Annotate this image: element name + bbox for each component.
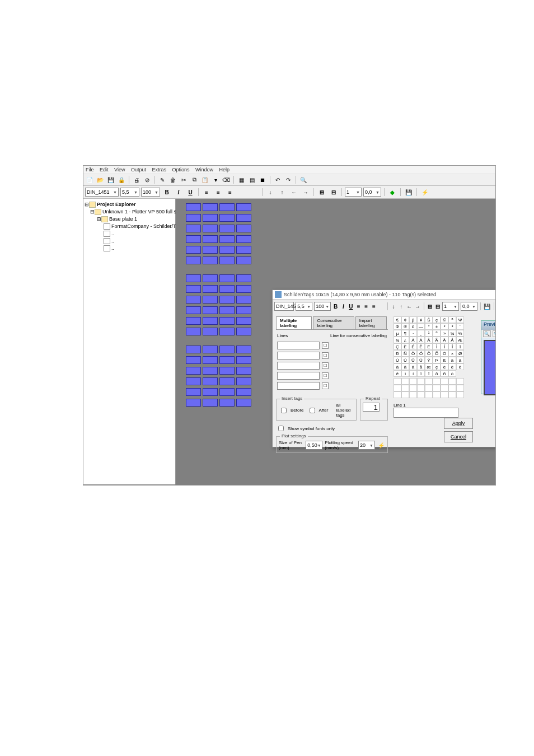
dlg-align-l[interactable]: ≡ — [355, 301, 362, 311]
char-cell-empty[interactable] — [456, 378, 464, 385]
before-check[interactable] — [281, 408, 287, 413]
char-cell[interactable]: Û — [409, 357, 417, 363]
tag[interactable] — [219, 296, 235, 304]
char-cell[interactable]: · — [409, 330, 417, 337]
char-cell[interactable]: ï — [425, 370, 433, 377]
char-cell-empty[interactable] — [409, 378, 417, 385]
tag[interactable] — [219, 356, 235, 364]
char-cell[interactable]: × — [448, 350, 456, 357]
misc1-icon[interactable]: ⊞ — [317, 187, 327, 197]
dlg-m1[interactable]: ⊞ — [427, 301, 433, 311]
delete-icon[interactable]: 🗑 — [168, 175, 177, 184]
char-cell[interactable]: á — [456, 357, 464, 363]
tag[interactable] — [219, 274, 235, 282]
tag[interactable] — [236, 356, 251, 364]
char-cell[interactable]: ñ — [441, 370, 448, 377]
print-icon[interactable]: 🖨 — [132, 175, 141, 184]
tag[interactable] — [236, 256, 251, 264]
forbid-icon[interactable]: ⊘ — [143, 175, 152, 184]
dropdown-icon[interactable]: ▾ — [211, 175, 220, 184]
tag[interactable] — [236, 246, 251, 254]
char-cell[interactable]: Φ — [394, 323, 401, 330]
tree-baseplate[interactable]: Base plate 1 — [109, 216, 137, 222]
char-cell[interactable]: ç — [433, 316, 441, 323]
char-cell[interactable]: Ò — [409, 350, 417, 357]
close-icon[interactable]: ✕ — [495, 291, 496, 298]
char-cell[interactable]: Ã — [433, 337, 441, 343]
speed-bolt-icon[interactable]: ⚡ — [377, 441, 385, 449]
char-cell-empty[interactable] — [409, 385, 417, 391]
tag[interactable] — [203, 367, 218, 375]
char-cell-empty[interactable] — [433, 385, 441, 391]
dlg-arr-r[interactable]: → — [414, 301, 421, 311]
tag[interactable] — [203, 388, 218, 396]
zoom-out-icon[interactable]: 🔍 — [493, 330, 496, 337]
char-cell[interactable]: ß — [441, 357, 448, 363]
tag[interactable] — [186, 274, 201, 282]
tag[interactable] — [236, 274, 251, 282]
tag[interactable] — [236, 203, 251, 211]
char-cell[interactable]: Ø — [456, 350, 464, 357]
menu-file[interactable]: File — [86, 167, 94, 172]
menu-extras[interactable]: Extras — [152, 167, 166, 172]
stop-icon[interactable]: ⏹ — [258, 175, 267, 184]
line-input-3[interactable] — [277, 362, 320, 370]
char-cell[interactable]: Ð — [394, 350, 401, 357]
char-cell[interactable]: Ö — [441, 350, 448, 357]
char-cell[interactable]: È — [401, 343, 409, 350]
new-icon[interactable]: 📄 — [85, 175, 94, 184]
tag[interactable] — [186, 285, 201, 293]
tag[interactable] — [219, 246, 235, 254]
dlg-arr-l[interactable]: ← — [406, 301, 413, 311]
dlg-size-combo[interactable]: 5,5▼ — [296, 302, 312, 311]
char-cell-empty[interactable] — [456, 385, 464, 391]
tag[interactable] — [203, 285, 218, 293]
char-cell[interactable]: ë — [394, 370, 401, 377]
tag[interactable] — [203, 246, 218, 254]
char-cell[interactable]: ¹ — [425, 330, 433, 337]
apply-button[interactable]: Apply — [444, 418, 473, 429]
char-cell[interactable]: ° — [425, 323, 433, 330]
char-cell-empty[interactable] — [394, 385, 401, 391]
char-cell-empty[interactable] — [409, 391, 417, 398]
dlg-underline[interactable]: U — [348, 301, 354, 311]
tag[interactable] — [186, 235, 201, 243]
open-icon[interactable]: 📂 — [96, 175, 105, 184]
tag[interactable] — [219, 285, 235, 293]
char-cell-empty[interactable] — [425, 385, 433, 391]
arrow-left-icon[interactable]: ← — [289, 187, 299, 197]
char-cell[interactable]: à — [448, 357, 456, 363]
lock-1[interactable]: ☐ — [322, 342, 329, 349]
arrow-up-icon[interactable]: ↑ — [277, 187, 287, 197]
cut-icon[interactable]: ✂ — [179, 175, 188, 184]
char-cell-empty[interactable] — [441, 378, 448, 385]
symbolfonts-check[interactable] — [278, 426, 284, 431]
char-cell[interactable]: ¢ — [401, 316, 409, 323]
line-input-5[interactable] — [277, 382, 320, 390]
tag[interactable] — [203, 356, 218, 364]
char-cell[interactable]: Æ — [456, 337, 464, 343]
char-cell[interactable]: è — [441, 363, 448, 370]
tag[interactable] — [236, 214, 251, 222]
char-cell[interactable]: ð — [433, 370, 441, 377]
char-cell[interactable]: Ü — [417, 357, 425, 363]
char-cell[interactable]: Ï — [456, 343, 464, 350]
char-cell[interactable]: ã — [401, 363, 409, 370]
char-cell[interactable]: β — [409, 316, 417, 323]
char-cell[interactable]: À — [409, 337, 417, 343]
char-cell[interactable]: Ú — [401, 357, 409, 363]
char-cell[interactable]: Ê — [417, 343, 425, 350]
tag[interactable] — [186, 306, 201, 314]
tag[interactable] — [236, 285, 251, 293]
char-cell[interactable]: Î — [448, 343, 456, 350]
char-cell[interactable]: Ì — [433, 343, 441, 350]
char-cell[interactable]: µ — [394, 330, 401, 337]
speed-combo[interactable]: 20▼ — [358, 441, 375, 450]
char-cell[interactable]: ê — [456, 363, 464, 370]
tag[interactable] — [236, 317, 251, 325]
char-cell[interactable]: â — [394, 363, 401, 370]
char-cell[interactable]: Ó — [417, 350, 425, 357]
dlg-m2[interactable]: ⊟ — [434, 301, 441, 311]
char-cell[interactable]: ä — [409, 363, 417, 370]
char-cell-empty[interactable] — [417, 385, 425, 391]
